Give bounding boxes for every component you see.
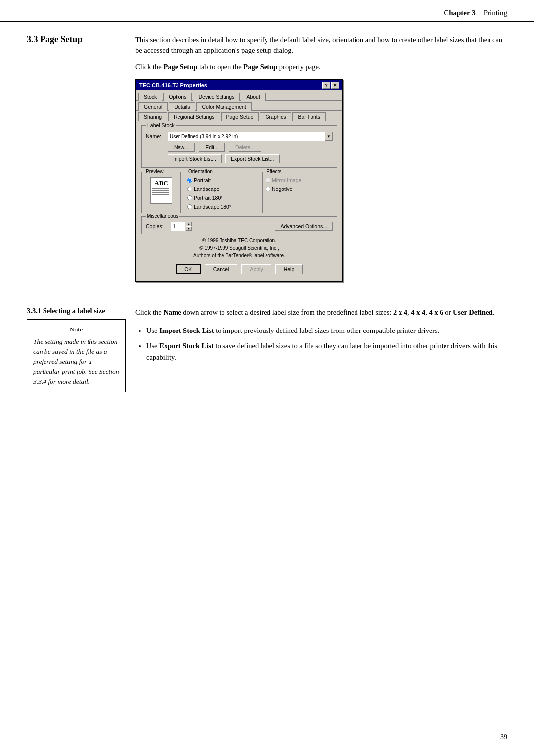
portrait180-radio[interactable]	[187, 195, 192, 200]
selecting-label-desc: Click the Name down arrow to select a de…	[135, 307, 507, 318]
negative-row: Negative	[266, 186, 334, 192]
tabs-row1: Stock Options Device Settings About	[136, 90, 342, 101]
copies-input[interactable]	[171, 222, 185, 231]
tab-details[interactable]: Details	[169, 102, 195, 111]
import-export-row: Import Stock List... Export Stock List..…	[146, 154, 333, 163]
help-titlebar-btn[interactable]: ?	[322, 82, 330, 89]
note-box: Note The setting made in this section ca…	[27, 319, 126, 392]
dialog-title: TEC CB-416-T3 Properties	[139, 82, 207, 88]
landscape180-row: Landscape 180°	[187, 204, 256, 210]
dialog-bottom-buttons: OK Cancel Apply Help	[141, 262, 337, 277]
note-text: The setting made in this section can be …	[33, 338, 119, 385]
tabs-row3: Sharing Regional Settings Page Setup Gra…	[136, 111, 342, 121]
name-label: Name:	[146, 133, 168, 139]
mirror-checkbox[interactable]	[266, 178, 270, 183]
copyright-line1: © 1999 Toshiba TEC Corporation.	[141, 237, 337, 244]
section-331-right: Click the Name down arrow to select a de…	[135, 307, 507, 392]
tab-color-management[interactable]: Color Management	[196, 102, 251, 111]
effects-label: Effects	[266, 169, 282, 174]
tab-page-setup[interactable]: Page Setup	[221, 112, 259, 121]
landscape180-label: Landscape 180°	[194, 204, 231, 210]
name-field-row: Name: ▼	[146, 132, 333, 141]
tabs-row2: General Details Color Management	[136, 101, 342, 111]
new-btn[interactable]: New...	[168, 143, 195, 152]
edit-btn[interactable]: Edit...	[199, 143, 225, 152]
portrait180-row: Portrait 180°	[187, 195, 256, 201]
tab-device-settings[interactable]: Device Settings	[193, 93, 240, 101]
size-2x4: 2 x 4	[393, 308, 407, 316]
tab-sharing[interactable]: Sharing	[138, 112, 167, 121]
click-prefix: Click the	[135, 63, 163, 71]
intro-text: This section describes in detail how to …	[135, 34, 507, 56]
ok-btn[interactable]: OK	[176, 264, 201, 274]
size-4x4: 4 x 4	[411, 308, 425, 316]
portrait-label: Portrait	[194, 177, 211, 183]
copies-up[interactable]: ▲	[186, 222, 192, 226]
preview-page: ABC	[150, 177, 172, 204]
click-mid: tab to open the	[199, 63, 243, 71]
portrait-radio[interactable]	[187, 178, 192, 183]
tab-general[interactable]: General	[138, 102, 168, 111]
line3	[152, 192, 169, 193]
orientation-label: Orientation	[187, 169, 214, 174]
section-33-left: 3.3 Page Setup	[27, 34, 135, 293]
page-footer: 39	[0, 729, 534, 741]
label-stock-group: Label Stock Name: ▼ New... Edit... Delet…	[141, 125, 337, 168]
close-titlebar-btn[interactable]: ✕	[331, 82, 339, 89]
tab-options[interactable]: Options	[163, 93, 192, 101]
landscape180-radio[interactable]	[187, 204, 192, 209]
name-bold: Name	[163, 308, 181, 316]
click-suffix: property page.	[279, 63, 321, 71]
preview-content: ABC	[145, 177, 178, 204]
click-instruction: Click the Page Setup tab to open the Pag…	[135, 61, 507, 72]
note-title: Note	[33, 325, 119, 334]
copies-spinner: ▲ ▼	[186, 222, 192, 231]
export-stock-bold: Export Stock List	[159, 342, 214, 350]
section-331: 3.3.1 Selecting a label size Note The se…	[0, 298, 534, 392]
printing-label: Printing	[484, 9, 507, 17]
new-edit-delete-row: New... Edit... Delete...	[146, 143, 333, 152]
apply-btn[interactable]: Apply	[241, 264, 271, 274]
section-331-left: 3.3.1 Selecting a label size Note The se…	[27, 307, 135, 392]
section-33-right: This section describes in detail how to …	[135, 34, 507, 293]
landscape-label: Landscape	[194, 186, 219, 192]
user-defined: User Defined	[453, 308, 493, 316]
bullet-export: Use Export Stock List to save defined la…	[146, 340, 507, 363]
advanced-options-btn[interactable]: Advanced Options...	[275, 222, 333, 231]
page-header: Chapter 3 Printing	[0, 0, 534, 22]
cancel-btn[interactable]: Cancel	[205, 264, 238, 274]
delete-btn[interactable]: Delete...	[229, 143, 261, 152]
line2	[152, 190, 169, 191]
footer-divider	[27, 726, 507, 726]
preview-label: Preview	[145, 169, 165, 174]
page-number: 39	[500, 733, 507, 741]
name-dropdown-arrow[interactable]: ▼	[325, 132, 333, 141]
negative-label: Negative	[272, 186, 292, 192]
effects-box: Effects Mirror Image Negative	[262, 172, 337, 213]
help-btn[interactable]: Help	[275, 264, 303, 274]
tab-graphics[interactable]: Graphics	[260, 112, 291, 121]
titlebar-buttons: ? ✕	[322, 82, 339, 89]
preview-lines	[152, 188, 171, 196]
size-4x6: 4 x 6	[429, 308, 444, 316]
bullet-import: Use Import Stock List to import previous…	[146, 325, 507, 336]
copies-row: Copies: ▲ ▼ Advanced Options...	[146, 222, 333, 231]
bullet-list: Use Import Stock List to import previous…	[135, 325, 507, 364]
negative-checkbox[interactable]	[266, 187, 270, 191]
tab-regional-settings[interactable]: Regional Settings	[168, 112, 220, 121]
import-btn[interactable]: Import Stock List...	[168, 154, 222, 163]
portrait-row: Portrait	[187, 177, 256, 183]
copies-down[interactable]: ▼	[186, 226, 192, 231]
page-setup-bold1: Page Setup	[163, 63, 197, 71]
copyright-line2: © 1997-1999 Seagull Scientific, Inc.,	[141, 244, 337, 252]
export-btn[interactable]: Export Stock List...	[225, 154, 280, 163]
mirror-label: Mirror Image	[272, 177, 302, 183]
tab-about[interactable]: About	[241, 93, 265, 101]
tab-stock[interactable]: Stock	[138, 93, 162, 101]
name-input[interactable]	[168, 132, 325, 141]
page-setup-bold2: Page Setup	[243, 63, 277, 71]
landscape-radio[interactable]	[187, 187, 192, 191]
orientation-box: Orientation Portrait Landscape Portrait …	[184, 172, 259, 213]
tab-bar-fonts[interactable]: Bar Fonts	[292, 112, 326, 121]
misc-label: Miscellaneous	[146, 213, 179, 219]
